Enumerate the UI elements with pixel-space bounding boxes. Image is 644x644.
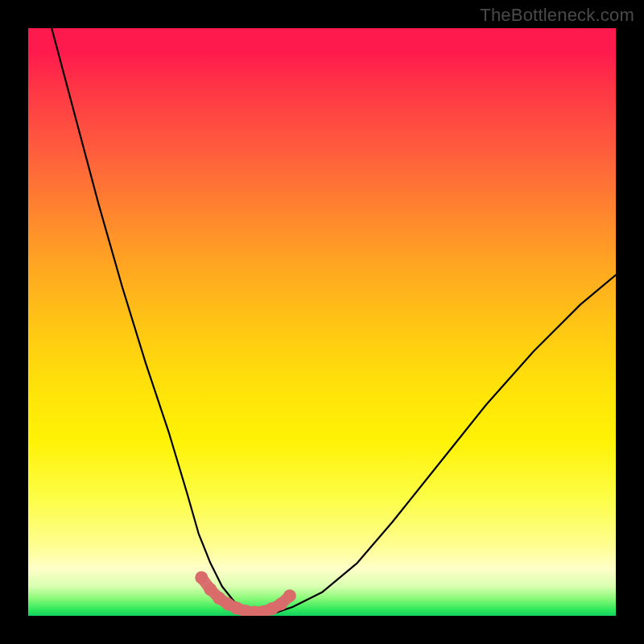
bottleneck-curve-path bbox=[52, 28, 616, 613]
marker-dot bbox=[195, 572, 208, 584]
curve-svg bbox=[28, 28, 616, 616]
chart-frame: TheBottleneck.com bbox=[0, 0, 644, 644]
watermark-text: TheBottleneck.com bbox=[480, 5, 634, 26]
plot-area bbox=[28, 28, 616, 616]
highlight-markers bbox=[195, 572, 296, 617]
marker-dot bbox=[283, 589, 296, 602]
